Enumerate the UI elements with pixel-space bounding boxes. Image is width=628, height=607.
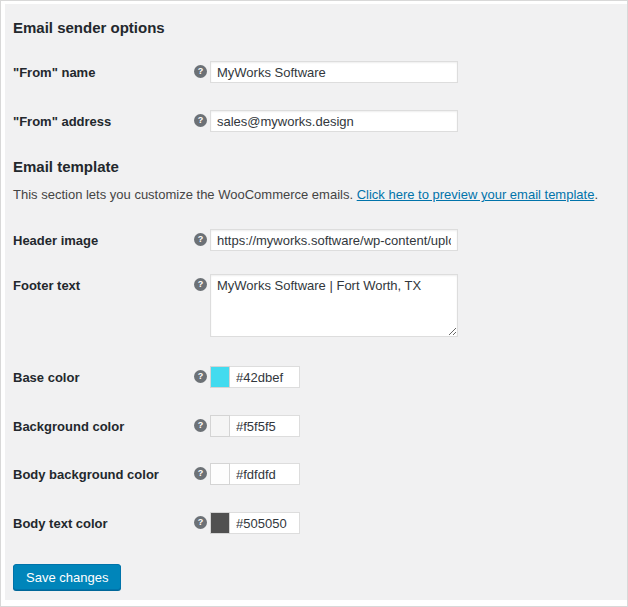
from-address-input[interactable]: [210, 110, 458, 132]
help-icon[interactable]: ?: [194, 467, 207, 480]
form-row-body-background-color: Body background color ?: [13, 463, 627, 485]
footer-text-label: Footer text: [13, 274, 194, 293]
help-icon[interactable]: ?: [194, 65, 207, 78]
base-color-label: Base color: [13, 366, 194, 385]
form-row-from-name: "From" name ?: [13, 61, 627, 83]
settings-panel: Email sender options "From" name ? "From…: [5, 4, 627, 600]
body-text-color-input[interactable]: [230, 512, 300, 534]
footer-text-textarea[interactable]: MyWorks Software | Fort Worth, TX: [210, 274, 458, 337]
preview-email-template-link[interactable]: Click here to preview your email templat…: [357, 187, 595, 202]
help-icon[interactable]: ?: [194, 516, 207, 529]
save-changes-button[interactable]: Save changes: [13, 564, 121, 590]
form-row-background-color: Background color ?: [13, 415, 627, 437]
form-row-header-image: Header image ?: [13, 229, 627, 251]
body-background-color-swatch[interactable]: [210, 463, 230, 485]
form-row-footer-text: Footer text ? MyWorks Software | Fort Wo…: [13, 274, 627, 337]
description-period: .: [594, 187, 598, 202]
body-text-color-label: Body text color: [13, 512, 194, 531]
base-color-input[interactable]: [230, 366, 300, 388]
form-row-base-color: Base color ?: [13, 366, 627, 388]
background-color-label: Background color: [13, 415, 194, 434]
background-color-swatch[interactable]: [210, 415, 230, 437]
section-title-email-sender-options: Email sender options: [13, 4, 627, 37]
body-text-color-swatch[interactable]: [210, 512, 230, 534]
base-color-swatch[interactable]: [210, 366, 230, 388]
form-row-body-text-color: Body text color ?: [13, 512, 627, 534]
body-background-color-label: Body background color: [13, 463, 194, 482]
from-name-label: "From" name: [13, 61, 194, 80]
help-icon[interactable]: ?: [194, 114, 207, 127]
background-color-input[interactable]: [230, 415, 300, 437]
screenshot-frame: Email sender options "From" name ? "From…: [0, 0, 628, 607]
description-text: This section lets you customize the WooC…: [13, 187, 357, 202]
help-icon[interactable]: ?: [194, 278, 207, 291]
help-icon[interactable]: ?: [194, 370, 207, 383]
header-image-label: Header image: [13, 229, 194, 248]
form-row-from-address: "From" address ?: [13, 110, 627, 132]
section-title-email-template: Email template: [13, 132, 627, 176]
body-background-color-input[interactable]: [230, 463, 300, 485]
from-name-input[interactable]: [210, 61, 458, 83]
header-image-input[interactable]: [210, 229, 458, 251]
help-icon[interactable]: ?: [194, 419, 207, 432]
from-address-label: "From" address: [13, 110, 194, 129]
help-icon[interactable]: ?: [194, 233, 207, 246]
section-description: This section lets you customize the WooC…: [13, 187, 627, 203]
